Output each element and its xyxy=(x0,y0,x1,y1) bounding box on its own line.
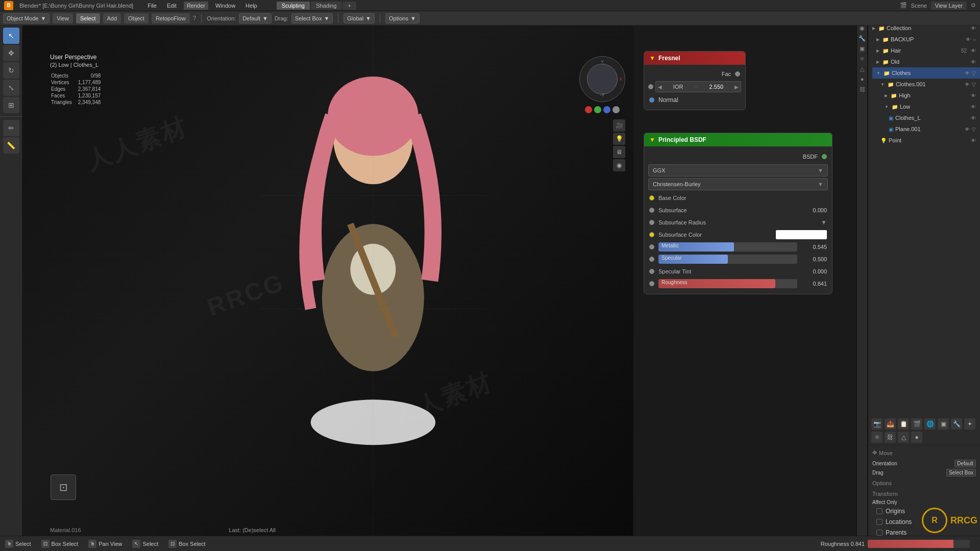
tool-scale[interactable]: ⤡ xyxy=(3,80,19,96)
options-dropdown[interactable]: Options ▼ xyxy=(385,13,420,23)
v-icon-4[interactable]: ▣ xyxy=(857,44,867,53)
snap-dropdown[interactable]: Global ▼ xyxy=(344,13,375,23)
prop-constraints-icon[interactable]: ⛓ xyxy=(885,432,896,443)
ior-left-arrow[interactable]: ◀ xyxy=(658,84,662,90)
eye-icon-plane001[interactable]: 👁 xyxy=(965,127,970,132)
outliner-row-low[interactable]: ▼ 📁 Low 👁 xyxy=(880,101,980,112)
subsurface-radius-socket[interactable] xyxy=(649,220,654,225)
filter-icon-clothes[interactable]: ▽ xyxy=(972,70,976,76)
menu-file[interactable]: File xyxy=(144,2,160,10)
menu-edit[interactable]: Edit xyxy=(164,2,180,10)
prop-physics-icon[interactable]: ⚛ xyxy=(871,432,883,443)
object-mode-dropdown[interactable]: Object Mode ▼ xyxy=(3,13,50,23)
prop-modifiers-icon[interactable]: 🔧 xyxy=(951,418,962,430)
roughness-socket[interactable] xyxy=(649,281,654,286)
prop-view-layer-icon[interactable]: 📋 xyxy=(898,418,909,430)
parents-checkbox[interactable] xyxy=(876,530,883,536)
outliner-row-high[interactable]: ▶ 📁 High 👁 xyxy=(880,90,980,101)
ior-socket-in[interactable] xyxy=(648,84,653,89)
outliner-row-old[interactable]: ▶ 📁 Old 👁 xyxy=(872,56,980,67)
origins-checkbox[interactable] xyxy=(876,508,883,514)
bsdf-socket[interactable] xyxy=(822,154,827,159)
eye-icon-backup[interactable]: 👁 xyxy=(966,37,971,42)
add-btn[interactable]: Add xyxy=(103,13,121,23)
roughness-bar-container[interactable]: Roughness xyxy=(658,279,797,288)
outliner-row-clothesl[interactable]: ▣ Clothes_L 👁 xyxy=(885,112,980,123)
subsurface-socket[interactable] xyxy=(649,208,654,213)
orientation-dropdown[interactable]: Default ▼ xyxy=(239,13,272,23)
outliner-row-plane001[interactable]: ▣ Plane.001 👁 ▽ xyxy=(885,123,980,135)
tab-sculpting[interactable]: Sculpting xyxy=(277,2,310,10)
visibility-icon-backup[interactable]: ○ xyxy=(973,37,976,42)
drag-dropdown[interactable]: Select Box ▼ xyxy=(291,13,333,23)
eye-icon-hair[interactable]: 👁 xyxy=(971,48,976,54)
fresnel-node-header[interactable]: ▼ Fresnel xyxy=(644,52,745,65)
outliner-row-point[interactable]: 💡 Point 👁 xyxy=(876,135,980,146)
outliner-row-backup[interactable]: ▶ 📁 BACKUP 👁 ○ xyxy=(872,34,980,45)
ior-control[interactable]: ◀ IOR ··· 2.550 ▶ xyxy=(655,81,741,92)
v-icon-6[interactable]: △ xyxy=(857,64,867,73)
eye-icon-clothes001[interactable]: 👁 xyxy=(965,82,970,87)
fac-socket[interactable] xyxy=(735,71,740,77)
subsurface-color-swatch[interactable] xyxy=(776,230,827,239)
eye-icon-old[interactable]: 👁 xyxy=(971,59,976,65)
v-icon-3[interactable]: 🔧 xyxy=(857,34,867,43)
gear-icon[interactable]: ⚙ xyxy=(971,2,976,9)
christensen-dropdown[interactable]: Christensen-Burley ▼ xyxy=(648,178,828,190)
prop-world-icon[interactable]: 🌐 xyxy=(924,418,936,430)
prop-output-icon[interactable]: 📤 xyxy=(885,418,896,430)
eye-icon-low[interactable]: 👁 xyxy=(971,104,976,110)
metallic-socket[interactable] xyxy=(649,244,654,249)
select-btn[interactable]: Select xyxy=(76,13,100,23)
specular-socket[interactable] xyxy=(649,257,654,262)
object-btn[interactable]: Object xyxy=(124,13,149,23)
eye-icon-point[interactable]: 👁 xyxy=(971,138,976,143)
specular-bar-container[interactable]: Specular xyxy=(658,255,797,264)
drag-field-value[interactable]: Select Box xyxy=(946,469,976,477)
prop-object-icon[interactable]: ▣ xyxy=(938,418,949,430)
ggx-dropdown[interactable]: GGX ▼ xyxy=(648,164,828,177)
menu-render[interactable]: Render xyxy=(184,2,208,10)
tool-measure[interactable]: 📏 xyxy=(3,137,19,154)
outliner-row-clothes[interactable]: ▼ 📁 Clothes 👁 ▽ xyxy=(872,67,980,79)
render-icon[interactable]: ◉ xyxy=(613,159,625,171)
specular-tint-socket[interactable] xyxy=(649,269,654,274)
nav-ball[interactable]: Y X -Y xyxy=(579,56,625,102)
ior-right-arrow[interactable]: ▶ xyxy=(734,84,739,90)
eye-icon-clothesl[interactable]: 👁 xyxy=(971,115,976,121)
view-layer-label[interactable]: View Layer xyxy=(931,2,967,10)
metallic-bar-container[interactable]: Metallic xyxy=(658,242,797,252)
info-icon[interactable]: ? xyxy=(193,15,197,22)
light-icon[interactable]: 💡 xyxy=(613,133,625,145)
pbsdf-header[interactable]: ▼ Principled BSDF xyxy=(644,133,832,146)
subsurface-color-socket[interactable] xyxy=(649,232,654,237)
locations-checkbox[interactable] xyxy=(876,519,883,525)
outliner-row-clothes001[interactable]: ▼ 📁 Clothes.001 👁 ▽ xyxy=(876,79,980,90)
normal-socket[interactable] xyxy=(649,97,654,103)
outliner-row-hair[interactable]: ▶ 📁 Hair 52 👁 xyxy=(872,45,980,56)
v-icon-5[interactable]: ⚛ xyxy=(857,54,867,63)
tool-select[interactable]: ↖ xyxy=(3,28,19,44)
prop-scene-icon[interactable]: 🎬 xyxy=(911,418,922,430)
v-icon-7[interactable]: ● xyxy=(857,74,867,84)
display-icon[interactable]: 🖥 xyxy=(613,146,625,158)
tool-transform[interactable]: ⊞ xyxy=(3,97,19,113)
filter-icon-plane001[interactable]: ▽ xyxy=(972,127,976,132)
character-view[interactable]: 人人素材 RRCG 人人素材 xyxy=(22,26,633,536)
camera-view-icon[interactable]: 🎥 xyxy=(613,119,625,132)
filter-icon-clothes001[interactable]: ▽ xyxy=(972,82,976,87)
tool-move[interactable]: ✥ xyxy=(3,45,19,61)
menu-help[interactable]: Help xyxy=(242,2,260,10)
prop-particles-icon[interactable]: ✦ xyxy=(964,418,975,430)
menu-window[interactable]: Window xyxy=(212,2,238,10)
orientation-field-value[interactable]: Default xyxy=(954,460,976,467)
v-icon-8[interactable]: ⛓ xyxy=(857,85,867,94)
eye-icon-clothes[interactable]: 👁 xyxy=(965,70,970,76)
retopoflow-btn[interactable]: RetopoFlow xyxy=(152,13,190,23)
eye-icon-high[interactable]: 👁 xyxy=(971,93,976,98)
eye-icon-collection[interactable]: 👁 xyxy=(971,26,976,31)
prop-data-icon[interactable]: △ xyxy=(898,432,909,443)
tab-add[interactable]: + xyxy=(342,2,356,10)
tab-shading[interactable]: Shading xyxy=(311,2,341,10)
view-btn[interactable]: View xyxy=(53,13,73,23)
